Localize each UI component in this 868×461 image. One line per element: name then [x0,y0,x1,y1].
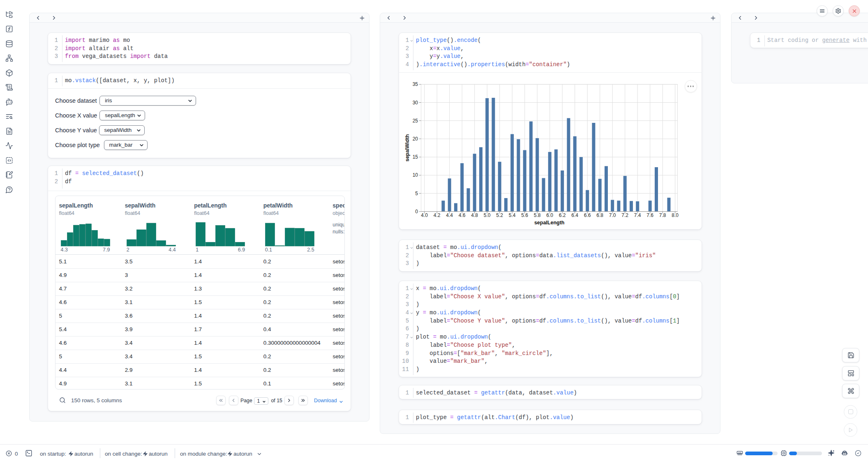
svg-text:5.2: 5.2 [496,212,503,218]
svg-text:5: 5 [415,191,418,196]
svg-text:4.8: 4.8 [471,212,478,218]
svg-text:5.6: 5.6 [521,212,528,218]
svg-text:5.4: 5.4 [509,212,516,218]
svg-text:sepalLength: sepalLength [534,220,565,226]
svg-text:0: 0 [415,209,418,214]
svg-text:6.8: 6.8 [596,212,603,218]
svg-text:7.2: 7.2 [621,212,628,218]
svg-text:35: 35 [413,81,418,87]
svg-text:6.4: 6.4 [571,212,578,218]
svg-text:30: 30 [413,100,418,106]
svg-text:4.6: 4.6 [459,212,466,218]
svg-text:5.8: 5.8 [534,212,541,218]
svg-text:6.6: 6.6 [584,212,591,218]
svg-text:4.4: 4.4 [446,212,453,218]
svg-text:15: 15 [413,154,418,160]
svg-text:7.8: 7.8 [659,212,666,218]
svg-text:4.0: 4.0 [421,212,428,218]
svg-text:7.4: 7.4 [634,212,641,218]
svg-text:7.6: 7.6 [646,212,653,218]
svg-text:10: 10 [413,172,418,178]
svg-text:sepalWidth: sepalWidth [404,134,410,162]
svg-text:6.0: 6.0 [546,212,553,218]
svg-text:7.0: 7.0 [609,212,616,218]
svg-text:20: 20 [413,136,418,142]
svg-text:5.0: 5.0 [484,212,491,218]
svg-text:25: 25 [413,118,418,124]
svg-text:8.0: 8.0 [672,212,679,218]
svg-text:6.2: 6.2 [559,212,566,218]
svg-text:4.2: 4.2 [434,212,441,218]
